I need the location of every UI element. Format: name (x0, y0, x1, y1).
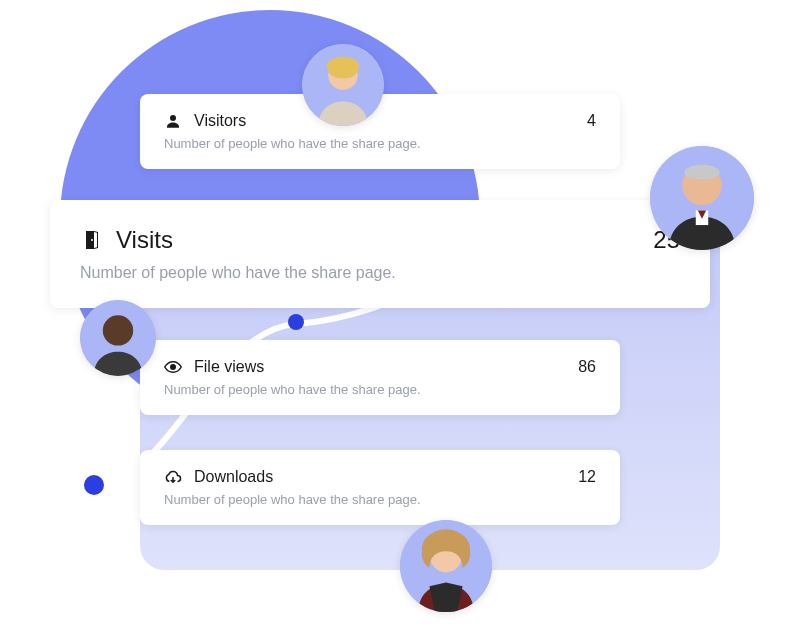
avatar (400, 520, 492, 612)
metric-desc: Number of people who have the share page… (164, 492, 596, 507)
metric-desc: Number of people who have the share page… (164, 136, 596, 151)
metric-title: Downloads (194, 468, 273, 486)
user-icon (164, 112, 182, 130)
svg-point-3 (171, 365, 176, 370)
door-icon (80, 228, 104, 252)
metric-desc: Number of people who have the share page… (164, 382, 596, 397)
metric-title: File views (194, 358, 264, 376)
avatar (650, 146, 754, 250)
metric-desc: Number of people who have the share page… (80, 264, 680, 282)
metric-card-visitors[interactable]: Visitors 4 Number of people who have the… (140, 94, 620, 169)
metric-card-downloads[interactable]: Downloads 12 Number of people who have t… (140, 450, 620, 525)
metric-card-visits[interactable]: Visits 25 Number of people who have the … (50, 200, 710, 308)
metric-title: Visits (116, 226, 173, 254)
metric-value: 86 (578, 358, 596, 376)
cloud-download-icon (164, 468, 182, 486)
metric-title: Visitors (194, 112, 246, 130)
metric-value: 12 (578, 468, 596, 486)
metric-card-fileviews[interactable]: File views 86 Number of people who have … (140, 340, 620, 415)
avatar (80, 300, 156, 376)
metric-value: 4 (587, 112, 596, 130)
eye-icon (164, 358, 182, 376)
avatar (302, 44, 384, 126)
svg-point-2 (91, 239, 93, 241)
svg-point-10 (103, 315, 133, 345)
svg-point-0 (170, 115, 176, 121)
